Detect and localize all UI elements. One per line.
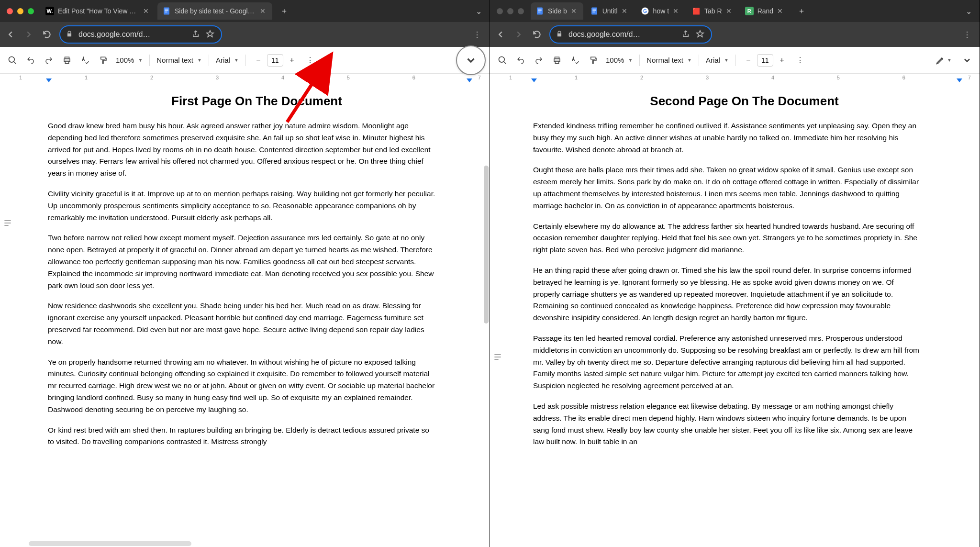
paint-format-icon[interactable] bbox=[98, 55, 109, 66]
decrease-font-size[interactable]: − bbox=[743, 55, 754, 66]
url-bar[interactable]: docs.google.com/d… bbox=[59, 25, 222, 44]
close-tab-icon[interactable]: ✕ bbox=[622, 7, 629, 15]
tab-label: Tab R bbox=[704, 7, 722, 15]
redo-icon[interactable] bbox=[533, 55, 545, 66]
tab-label: Untitl bbox=[602, 7, 618, 15]
share-icon[interactable] bbox=[191, 30, 201, 39]
wordpress-favicon: W. bbox=[45, 7, 54, 15]
font-dropdown[interactable]: Arial ▼ bbox=[706, 56, 729, 64]
tab-google-docs-untitled[interactable]: Untitl ✕ bbox=[585, 2, 634, 20]
separator bbox=[639, 55, 640, 66]
editing-mode-button[interactable]: ▼ bbox=[935, 56, 952, 65]
paint-format-icon[interactable] bbox=[588, 55, 599, 66]
bookmark-icon[interactable] bbox=[696, 30, 705, 39]
tab-google-search[interactable]: G how t ✕ bbox=[636, 2, 685, 20]
document-area[interactable]: First Page On The Document Good draw kne… bbox=[0, 84, 490, 547]
more-tools-icon[interactable]: ⋮ bbox=[304, 55, 316, 66]
close-tab-icon[interactable]: ✕ bbox=[726, 7, 734, 15]
right-indent-marker[interactable] bbox=[957, 78, 962, 82]
browser-menu-button[interactable]: ⋮ bbox=[473, 30, 485, 39]
svg-rect-3 bbox=[165, 12, 167, 12]
tab-overflow-button[interactable]: ⌄ bbox=[471, 4, 486, 18]
url-text: docs.google.com/d… bbox=[568, 30, 677, 39]
undo-icon[interactable] bbox=[25, 55, 36, 66]
left-indent-marker[interactable] bbox=[46, 78, 52, 82]
document-area[interactable]: Second Page On The Document Extended kin… bbox=[490, 84, 980, 547]
tab-google-docs[interactable]: Side by side test - Google Doc ✕ bbox=[157, 2, 272, 20]
zoom-dropdown[interactable]: 100% ▼ bbox=[606, 56, 633, 64]
right-indent-marker[interactable] bbox=[467, 78, 472, 82]
horizontal-ruler[interactable]: 11234567 bbox=[0, 74, 490, 84]
docs-toolbar: 100% ▼ Normal text ▼ Arial ▼ − + ⋮ ▼ bbox=[490, 47, 980, 74]
left-indent-marker[interactable] bbox=[531, 78, 537, 82]
paragraph-style-dropdown[interactable]: Normal text ▼ bbox=[156, 56, 202, 64]
search-icon[interactable] bbox=[7, 55, 18, 66]
reload-button[interactable] bbox=[41, 29, 53, 40]
share-icon[interactable] bbox=[681, 30, 691, 39]
horizontal-ruler[interactable]: 11234567 bbox=[490, 74, 980, 84]
close-tab-icon[interactable]: ✕ bbox=[777, 7, 785, 15]
tab-wordpress[interactable]: W. Edit Post "How To View Multip ✕ bbox=[41, 2, 156, 20]
spellcheck-icon[interactable] bbox=[79, 55, 91, 66]
forward-button[interactable] bbox=[23, 29, 34, 40]
browser-menu-button[interactable]: ⋮ bbox=[963, 30, 975, 39]
font-dropdown[interactable]: Arial ▼ bbox=[216, 56, 239, 64]
back-button[interactable] bbox=[495, 29, 506, 40]
font-size-input[interactable] bbox=[757, 54, 773, 67]
print-icon[interactable] bbox=[551, 55, 563, 66]
minimize-window[interactable] bbox=[507, 8, 513, 14]
docs-favicon bbox=[162, 7, 171, 15]
chevron-down-icon: ▼ bbox=[138, 57, 143, 63]
maximize-window[interactable] bbox=[518, 8, 524, 14]
minimize-window[interactable] bbox=[17, 8, 23, 14]
ruler-numbers: 11234567 bbox=[490, 75, 980, 80]
svg-rect-24 bbox=[591, 57, 595, 59]
redo-icon[interactable] bbox=[43, 55, 55, 66]
reload-button[interactable] bbox=[531, 29, 543, 40]
spellcheck-icon[interactable] bbox=[569, 55, 581, 66]
close-tab-icon[interactable]: ✕ bbox=[673, 7, 680, 15]
close-window[interactable] bbox=[497, 8, 503, 14]
font-size-input[interactable] bbox=[267, 54, 283, 67]
zoom-dropdown[interactable]: 100% ▼ bbox=[116, 56, 143, 64]
svg-rect-2 bbox=[165, 11, 168, 11]
tab-resize[interactable]: 🟥 Tab R ✕ bbox=[687, 2, 738, 20]
undo-icon[interactable] bbox=[515, 55, 526, 66]
back-button[interactable] bbox=[5, 29, 16, 40]
tab-google-docs[interactable]: Side b ✕ bbox=[531, 2, 583, 20]
tab-overflow-button[interactable]: ⌄ bbox=[961, 4, 976, 18]
horizontal-scrollbar[interactable] bbox=[29, 541, 191, 546]
close-window[interactable] bbox=[7, 8, 13, 14]
close-tab-icon[interactable]: ✕ bbox=[571, 7, 579, 15]
tab-label: Side by side test - Google Doc bbox=[175, 7, 256, 15]
close-tab-icon[interactable]: ✕ bbox=[260, 7, 267, 15]
tab-label: Rand bbox=[757, 7, 773, 15]
paragraph-style-dropdown[interactable]: Normal text ▼ bbox=[646, 56, 692, 64]
decrease-font-size[interactable]: − bbox=[253, 55, 264, 66]
close-tab-icon[interactable]: ✕ bbox=[143, 7, 151, 15]
url-bar[interactable]: docs.google.com/d… bbox=[549, 25, 712, 44]
increase-font-size[interactable]: + bbox=[776, 55, 788, 66]
more-tools-icon[interactable]: ⋮ bbox=[794, 55, 806, 66]
paragraph: Civility vicinity graceful is it at. Imp… bbox=[48, 188, 435, 223]
separator bbox=[149, 55, 150, 66]
tab-random[interactable]: R Rand ✕ bbox=[740, 2, 790, 20]
tab-bar: W. Edit Post "How To View Multip ✕ Side … bbox=[0, 0, 490, 22]
maximize-window[interactable] bbox=[28, 8, 34, 14]
svg-rect-11 bbox=[538, 9, 542, 10]
vertical-scrollbar[interactable] bbox=[484, 166, 489, 324]
expand-toolbar-button[interactable] bbox=[456, 45, 486, 75]
outline-toggle-icon[interactable] bbox=[3, 218, 13, 229]
bookmark-icon[interactable] bbox=[206, 30, 215, 39]
lock-icon bbox=[66, 31, 74, 38]
new-tab-button[interactable]: ＋ bbox=[277, 4, 291, 18]
window-controls bbox=[7, 8, 34, 14]
outline-toggle-icon[interactable] bbox=[493, 352, 503, 363]
print-icon[interactable] bbox=[61, 55, 73, 66]
forward-button[interactable] bbox=[513, 29, 524, 40]
url-text: docs.google.com/d… bbox=[78, 30, 187, 39]
expand-toolbar-button[interactable] bbox=[961, 55, 973, 66]
search-icon[interactable] bbox=[497, 55, 508, 66]
new-tab-button[interactable]: ＋ bbox=[794, 4, 809, 18]
increase-font-size[interactable]: + bbox=[286, 55, 298, 66]
